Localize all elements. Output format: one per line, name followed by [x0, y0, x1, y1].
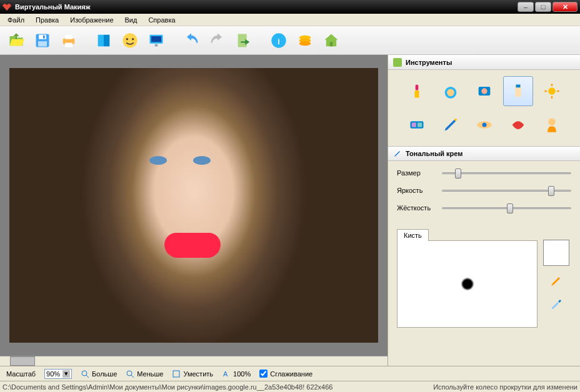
zoom-bar: Масштаб 90% ▾ Больше Меньше Уместить A10… [0, 366, 388, 381]
svg-point-24 [447, 89, 454, 97]
hundred-icon: A [222, 370, 231, 378]
export-button[interactable] [232, 29, 255, 52]
svg-rect-19 [330, 42, 333, 46]
tool-lipstick[interactable] [402, 76, 432, 106]
tool-grid [388, 70, 580, 146]
svg-point-42 [127, 371, 132, 376]
redo-button[interactable] [206, 29, 229, 52]
brush-dot [462, 278, 473, 290]
tool-model[interactable] [537, 110, 567, 140]
scale-label: Масштаб [6, 370, 36, 378]
tool-foundation[interactable] [503, 76, 533, 106]
tool-eyeshadow[interactable] [402, 110, 432, 140]
maximize-button[interactable]: □ [535, 2, 551, 12]
tool-blush[interactable] [469, 76, 499, 106]
magnify-plus-icon [81, 370, 89, 378]
tool-sun[interactable] [537, 76, 567, 106]
svg-point-7 [122, 33, 137, 47]
size-slider[interactable] [442, 167, 571, 179]
swatch-column [541, 228, 571, 328]
sliders: Размер Яркость Жёсткость [388, 161, 580, 226]
menu-file[interactable]: Файл [2, 15, 29, 25]
section-header-label: Тональный крем [406, 150, 462, 157]
tool-lips[interactable] [503, 110, 533, 140]
zoom-100-button[interactable]: A100% [222, 370, 251, 378]
brightness-label: Яркость [397, 187, 437, 194]
status-path: C:\Documents and Settings\Admin\Мои доку… [2, 383, 433, 391]
svg-rect-22 [414, 91, 419, 98]
section-header: Тональный крем [388, 146, 580, 161]
svg-rect-12 [155, 44, 158, 46]
close-button[interactable]: ✕ [552, 2, 578, 12]
horizontal-scrollbar[interactable] [0, 356, 388, 366]
tools-header: Инструменты [388, 55, 580, 70]
app-icon [2, 3, 11, 11]
size-label: Размер [397, 169, 437, 177]
svg-point-26 [481, 88, 487, 94]
svg-text:i: i [278, 36, 280, 46]
canvas[interactable] [0, 55, 388, 356]
svg-rect-28 [516, 85, 520, 88]
smiley-button[interactable] [119, 29, 141, 52]
main-toolbar: i [0, 26, 580, 55]
color-swatch[interactable] [543, 240, 569, 266]
svg-line-41 [86, 375, 89, 378]
print-button[interactable] [58, 29, 80, 52]
tool-pencil[interactable] [436, 110, 466, 140]
zoom-in-button[interactable]: Больше [81, 370, 117, 378]
window-title: Виртуальный Макияж [15, 3, 518, 11]
menu-edit[interactable]: Правка [31, 15, 64, 25]
tools-header-label: Инструменты [406, 59, 452, 66]
chevron-down-icon: ▾ [62, 370, 70, 378]
scale-combo[interactable]: 90% ▾ [44, 369, 72, 379]
tool-powder[interactable] [436, 76, 466, 106]
svg-rect-44 [173, 371, 179, 377]
coins-button[interactable] [294, 29, 316, 52]
hardness-slider[interactable] [442, 202, 571, 213]
smoothing-checkbox[interactable]: Сглаживание [259, 370, 312, 378]
open-button[interactable] [5, 29, 28, 52]
status-hint: Используйте колесо прокрутки для изменен… [433, 383, 578, 391]
minimize-button[interactable]: – [518, 2, 534, 12]
eyedropper-button[interactable] [546, 296, 566, 313]
home-button[interactable] [320, 29, 342, 52]
tools-header-icon [393, 58, 402, 67]
svg-rect-21 [415, 85, 418, 91]
brush-tool-button[interactable] [546, 272, 566, 290]
photo-image [9, 68, 378, 343]
scale-value: 90% [46, 370, 60, 378]
svg-point-39 [548, 119, 556, 126]
menu-view[interactable]: Вид [120, 15, 142, 25]
brush-tab[interactable]: Кисть [397, 229, 429, 241]
monitor-button[interactable] [145, 29, 168, 52]
side-panel: Инструменты Тональный крем Размер Яркост [388, 55, 580, 366]
info-button[interactable]: i [268, 29, 290, 52]
svg-point-40 [82, 371, 87, 376]
tool-eye[interactable] [469, 110, 499, 140]
menu-image[interactable]: Изображение [65, 15, 118, 25]
svg-rect-3 [38, 41, 47, 46]
zoom-out-button[interactable]: Меньше [126, 370, 163, 378]
book-button[interactable] [92, 29, 115, 52]
svg-rect-2 [43, 35, 44, 38]
svg-text:A: A [223, 370, 228, 378]
save-button[interactable] [31, 29, 54, 52]
brightness-slider[interactable] [442, 185, 571, 196]
statusbar: C:\Documents and Settings\Admin\Мои доку… [0, 381, 580, 392]
hardness-label: Жёсткость [397, 204, 437, 212]
svg-line-43 [131, 375, 134, 378]
magnify-minus-icon [126, 370, 134, 378]
zoom-fit-button[interactable]: Уместить [172, 370, 213, 378]
svg-rect-6 [65, 42, 72, 47]
brush-area: Кисть [388, 226, 580, 334]
window-controls: – □ ✕ [518, 2, 578, 12]
workarea: Инструменты Тональный крем Размер Яркост [0, 55, 580, 366]
svg-rect-5 [65, 34, 72, 39]
svg-rect-20 [393, 58, 402, 67]
titlebar: Виртуальный Макияж – □ ✕ [0, 0, 580, 14]
undo-button[interactable] [180, 29, 202, 52]
menu-help[interactable]: Справка [143, 15, 180, 25]
svg-point-9 [132, 37, 134, 40]
svg-point-38 [482, 123, 486, 127]
svg-rect-1 [39, 34, 46, 39]
